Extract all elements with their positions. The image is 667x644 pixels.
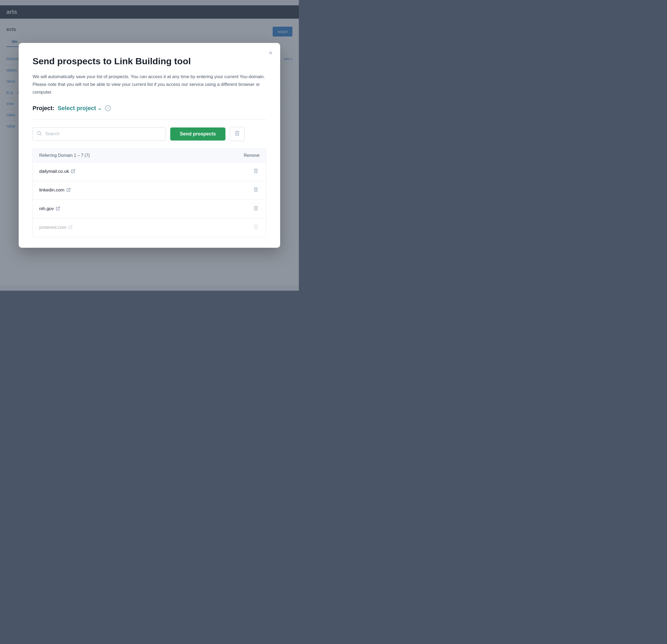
domain-cell: pinterest.com [39,225,238,230]
svg-line-10 [58,207,60,209]
row-delete-button[interactable] [252,167,260,176]
search-input[interactable] [33,127,166,141]
remove-cell [238,186,260,195]
external-link-icon [68,225,72,230]
domain-cell: nih.gov [39,206,238,212]
table-row: dailymail.co.uk [33,162,266,181]
domain-cell: dailymail.co.uk [39,169,238,174]
external-link-icon [56,207,60,211]
search-input-wrapper [33,127,166,141]
external-link-icon [67,188,70,193]
project-row: Project: Select project ⌄ i [33,105,266,112]
section-divider [33,119,266,119]
select-project-label: Select project [58,105,96,112]
row-delete-button[interactable] [252,223,260,232]
row-delete-button[interactable] [252,204,260,213]
table-row: linkedin.com [33,181,266,200]
modal-wrapper: × Send prospects to Link Building tool W… [0,0,299,291]
prospects-table: Referring Domain 1 – 7 (7) Remove dailym… [33,149,266,237]
domain-cell: linkedin.com [39,187,238,193]
remove-cell [238,167,260,176]
chevron-down-icon: ⌄ [98,105,102,111]
external-link-icon [71,169,75,174]
svg-line-7 [68,188,70,190]
domain-text: dailymail.co.uk [39,169,69,174]
domain-text: linkedin.com [39,187,65,193]
delete-all-button[interactable] [230,127,245,141]
row-delete-button[interactable] [252,186,260,195]
domain-text: nih.gov [39,206,54,212]
modal-title: Send prospects to Link Building tool [33,56,266,67]
svg-line-13 [70,226,72,228]
svg-line-4 [73,170,75,171]
send-prospects-modal: × Send prospects to Link Building tool W… [19,43,280,247]
remove-cell [238,204,260,213]
modal-description: We will automatically save your list of … [33,73,266,96]
send-prospects-button[interactable]: Send prospects [170,128,225,141]
table-header: Referring Domain 1 – 7 (7) Remove [33,149,266,162]
domain-text: pinterest.com [39,225,66,230]
table-row: nih.gov [33,200,266,218]
table-header-remove: Remove [238,153,260,158]
project-label: Project: [33,105,54,112]
modal-close-button[interactable]: × [266,48,275,57]
table-row: pinterest.com [33,218,266,237]
trash-icon [234,130,240,137]
remove-cell [238,223,260,232]
info-icon[interactable]: i [105,105,111,111]
table-header-domain: Referring Domain 1 – 7 (7) [39,153,238,158]
actions-row: Send prospects [33,127,266,141]
select-project-button[interactable]: Select project ⌄ [58,105,102,112]
